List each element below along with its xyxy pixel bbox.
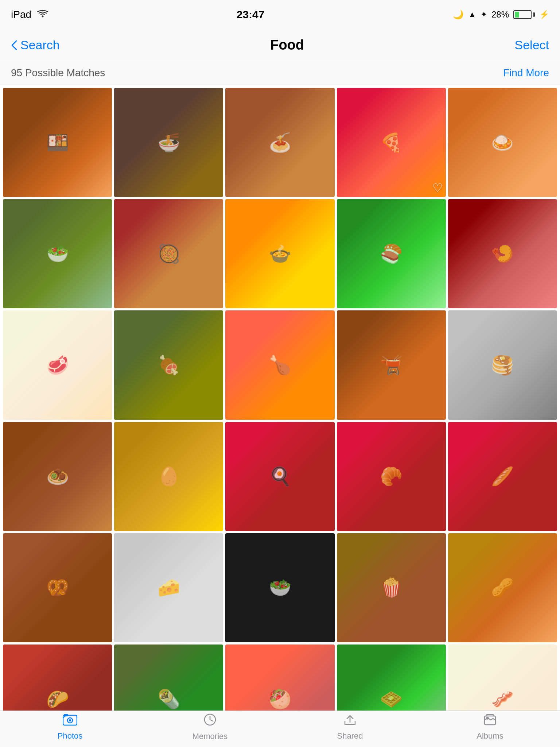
svg-point-7 [487, 717, 489, 719]
back-label: Search [20, 38, 60, 52]
nav-bar: Search Food Select [0, 29, 560, 61]
subtitle-bar: 95 Possible Matches Find More [0, 61, 560, 85]
bluetooth-icon: ✦ [481, 10, 487, 19]
status-left: iPad [11, 9, 48, 20]
time-display: 23:47 [237, 8, 265, 21]
photo-cell[interactable]: 🥩 [3, 310, 112, 419]
photo-cell[interactable]: 🍣 [337, 199, 446, 308]
photo-cell[interactable]: 🥞 [448, 310, 557, 419]
photo-cell[interactable]: 🍿 [337, 533, 446, 642]
albums-label: Albums [477, 731, 503, 741]
photo-cell[interactable]: 🧆 [3, 422, 112, 531]
device-label: iPad [11, 9, 31, 20]
photo-cell[interactable]: 🍜 [114, 88, 223, 197]
photo-cell[interactable]: 🍳 [225, 422, 334, 531]
photo-cell[interactable]: 🍝 [225, 88, 334, 197]
photo-cell[interactable]: 🍕♡ [337, 88, 446, 197]
tab-photos[interactable]: Photos [0, 713, 140, 741]
photo-cell[interactable]: 🍱 [3, 88, 112, 197]
albums-icon [483, 713, 497, 729]
location-icon: ▲ [468, 10, 476, 19]
svg-rect-2 [64, 714, 68, 716]
tab-albums[interactable]: Albums [420, 713, 560, 741]
battery-percentage: 28% [491, 9, 509, 20]
photo-cell[interactable]: 🍖 [114, 310, 223, 419]
back-button[interactable]: Search [11, 38, 60, 52]
photos-icon [63, 713, 77, 729]
photo-cell[interactable]: 🧀 [114, 533, 223, 642]
matches-count: 95 Possible Matches [11, 67, 105, 79]
memories-label: Memories [192, 732, 228, 741]
find-more-button[interactable]: Find More [503, 67, 549, 79]
battery-icon [513, 10, 535, 19]
photo-cell[interactable]: 🥖 [448, 422, 557, 531]
photo-cell[interactable]: 🍲 [225, 199, 334, 308]
status-right: 🌙 ▲ ✦ 28% ⚡ [453, 9, 549, 20]
svg-point-4 [69, 719, 71, 721]
photo-cell[interactable]: 🥐 [337, 422, 446, 531]
photo-cell[interactable]: 🥜 [448, 533, 557, 642]
photo-cell[interactable]: 🥗 [3, 199, 112, 308]
tab-bar: Photos Memories Shared [0, 711, 560, 747]
tab-memories[interactable]: Memories [140, 713, 280, 741]
memories-icon [203, 713, 217, 729]
photo-cell[interactable]: 🫕 [337, 310, 446, 419]
photo-cell[interactable]: 🍛 [448, 88, 557, 197]
photo-cell[interactable]: 🍗 [225, 310, 334, 419]
wifi-icon [37, 9, 48, 20]
photo-cell[interactable]: 🍤 [448, 199, 557, 308]
svg-rect-6 [485, 716, 495, 725]
status-bar: iPad 23:47 🌙 ▲ ✦ 28% ⚡ [0, 0, 560, 29]
shared-icon [343, 714, 357, 729]
photo-cell[interactable]: 🥨 [3, 533, 112, 642]
photos-label: Photos [58, 731, 83, 741]
photo-grid: 🍱🍜🍝🍕♡🍛🥗🥘🍲🍣🍤🥩🍖🍗🫕🥞🧆🥚🍳🥐🥖🥨🧀🥗🍿🥜🌮🌯🥙🧇🥓🍱🍜🍝🍕🍛🥗🥘🍲🍣… [0, 85, 560, 747]
shared-label: Shared [337, 731, 363, 741]
select-button[interactable]: Select [515, 38, 549, 52]
photo-cell[interactable]: 🥚 [114, 422, 223, 531]
page-title: Food [270, 37, 304, 53]
tab-shared[interactable]: Shared [280, 714, 420, 741]
charging-icon: ⚡ [539, 10, 549, 19]
photo-cell[interactable]: 🥘 [114, 199, 223, 308]
photo-cell[interactable]: 🥗 [225, 533, 334, 642]
moon-icon: 🌙 [453, 9, 464, 20]
svg-point-0 [42, 16, 44, 18]
